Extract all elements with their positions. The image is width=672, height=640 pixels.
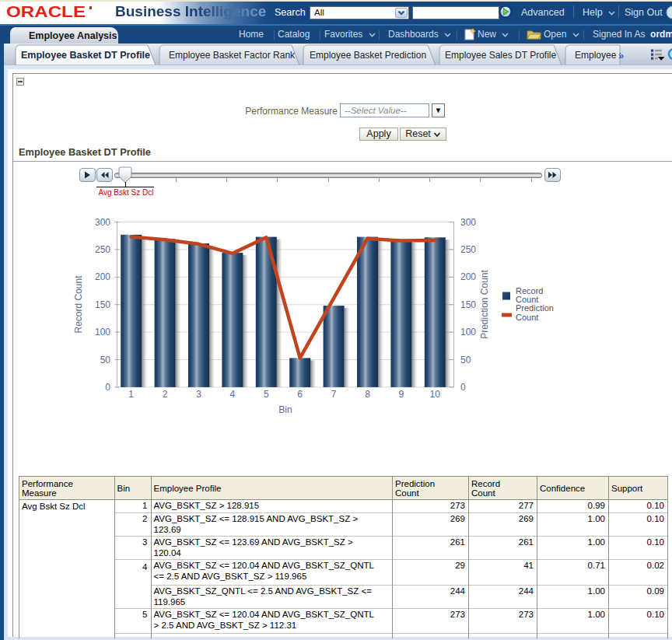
svg-text:5: 5 (264, 389, 269, 400)
svg-text:50: 50 (460, 355, 471, 365)
svg-text:Record Count: Record Count (73, 275, 84, 334)
svg-text:250: 250 (95, 244, 110, 255)
svg-text:Bin: Bin (278, 404, 292, 415)
svg-text:0: 0 (460, 382, 466, 393)
svg-text:Prediction Count: Prediction Count (479, 269, 490, 338)
svg-text:100: 100 (95, 327, 110, 337)
svg-text:150: 150 (95, 299, 110, 310)
svg-text:Prediction: Prediction (516, 303, 554, 313)
svg-text:100: 100 (460, 327, 476, 337)
svg-text:6: 6 (297, 389, 303, 400)
svg-text:200: 200 (95, 271, 110, 282)
svg-text:200: 200 (460, 271, 476, 282)
svg-text:2: 2 (163, 389, 168, 400)
svg-text:250: 250 (460, 244, 476, 255)
svg-text:4: 4 (230, 389, 236, 400)
svg-text:300: 300 (95, 217, 110, 228)
svg-text:7: 7 (331, 389, 337, 400)
svg-text:1: 1 (128, 389, 134, 400)
svg-text:Count: Count (516, 313, 538, 322)
svg-text:8: 8 (365, 389, 370, 400)
svg-text:0: 0 (105, 382, 110, 393)
svg-text:10: 10 (430, 389, 441, 400)
svg-text:300: 300 (460, 217, 476, 228)
svg-text:9: 9 (399, 389, 404, 400)
svg-text:50: 50 (100, 355, 111, 365)
svg-text:150: 150 (460, 299, 476, 310)
svg-text:Record: Record (516, 286, 543, 296)
svg-text:3: 3 (196, 389, 201, 400)
